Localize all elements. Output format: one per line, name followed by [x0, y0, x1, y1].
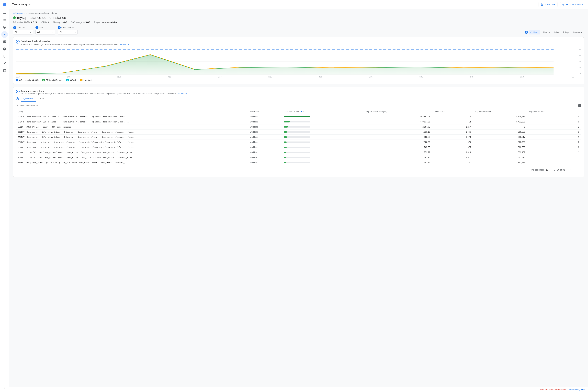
- legend-lock-wait-checkbox: ✓: [80, 79, 83, 82]
- sidebar-item-settings[interactable]: [1, 46, 8, 52]
- breadcrumb-current: mysql-instance-demo-instance: [29, 12, 57, 14]
- query-avg-rows-scanned: 327,873: [473, 155, 527, 160]
- chart-card: 5 Database load - all queries A measure …: [13, 37, 584, 84]
- query-avg-rows-returned: 0: [527, 114, 581, 119]
- filter-client-label: 3 Client address: [58, 26, 78, 29]
- copy-link-button[interactable]: COPY LINK: [538, 2, 557, 7]
- query-times-called: 1,517: [432, 155, 473, 160]
- filter-user-select[interactable]: All: [36, 30, 55, 34]
- table-row[interactable]: SELECT `demo_driver`.`id`, `demo_driver`…: [16, 130, 581, 134]
- query-text: SELECT `demo_order`.`order_id`, `demo_or…: [16, 140, 248, 145]
- sidebar-item-expand[interactable]: [1, 385, 8, 392]
- query-avg-rows-scanned: 8,431,209: [473, 119, 527, 124]
- performance-issues-text[interactable]: Performance issues detected!: [540, 388, 566, 391]
- copy-link-label: COPY LINK: [544, 3, 555, 6]
- query-database: workload: [248, 155, 282, 160]
- breadcrumb: All instances › mysql-instance-demo-inst…: [13, 12, 584, 14]
- show-debug-panel-link[interactable]: Show debug panel: [569, 388, 585, 391]
- help-icon[interactable]: ?: [578, 104, 581, 107]
- help-assistant-button[interactable]: HELP ASSISTANT: [560, 2, 585, 7]
- sidebar-item-databases[interactable]: [1, 24, 8, 30]
- tab-queries[interactable]: QUERIES: [21, 96, 36, 102]
- query-avg-exec: 2,108.33: [364, 140, 432, 145]
- sidebar-item-operations[interactable]: [1, 38, 8, 45]
- query-load: [282, 130, 364, 134]
- instance-storage: SSD storage: 320 GB: [71, 21, 90, 24]
- filter-queries-input[interactable]: [26, 104, 59, 107]
- filter-client-group: 3 Client address All: [58, 26, 78, 34]
- time-btn-1day[interactable]: 1 day: [552, 30, 560, 34]
- table-row[interactable]: SELECT `demo_order`.`order_id`, `demo_or…: [16, 145, 581, 150]
- query-text: SELECT SUM (`demo_order`.`price`) AS `pr…: [16, 160, 248, 165]
- top-queries-card: 6 Top queries and tags An overview of th…: [13, 87, 584, 177]
- col-times-called: Times called: [432, 109, 473, 114]
- table-row[interactable]: SELECT SUM (`demo_order`.`price`) AS `pr…: [16, 160, 581, 165]
- sidebar-logo: G: [1, 1, 8, 8]
- table-toolbar: Filter ?: [16, 104, 581, 107]
- chart-learn-more[interactable]: Learn more: [119, 43, 129, 46]
- time-btn-custom[interactable]: Custom ▼: [571, 30, 584, 34]
- sidebar-item-replication[interactable]: [1, 60, 8, 67]
- query-load: [282, 114, 364, 119]
- top-queries-desc: An overview of the queries and tags that…: [21, 92, 187, 95]
- table-row[interactable]: SELECT `demo_driver`.`id`, `demo_driver`…: [16, 134, 581, 140]
- sidebar-item-home[interactable]: [1, 17, 8, 23]
- top-queries-learn-more[interactable]: Learn more: [177, 92, 187, 95]
- table-row[interactable]: SELECT (?) AS `a` FROM `demo_driver` WHE…: [16, 155, 581, 160]
- sidebar: G: [0, 0, 9, 392]
- page-title: Query insights: [12, 3, 538, 6]
- query-database: workload: [248, 140, 282, 145]
- query-avg-rows-scanned: 339,459: [473, 150, 527, 155]
- query-text: SELECT (?) AS `a` FROM `demo_driver` WHE…: [16, 150, 248, 155]
- col-query: Query: [16, 109, 248, 114]
- query-times-called: 731: [432, 160, 473, 165]
- legend-io-wait[interactable]: ✓ IO Wait: [66, 79, 76, 82]
- help-assistant-label: HELP ASSISTANT: [565, 3, 583, 6]
- main-content: Query insights COPY LINK HELP ASSISTANT …: [9, 0, 588, 392]
- query-times-called: 12: [432, 119, 473, 124]
- sidebar-item-monitoring[interactable]: [1, 53, 8, 60]
- table-row[interactable]: SELECT (?) AS `a` FROM `demo_driver` WHE…: [16, 150, 581, 155]
- query-load: [282, 140, 364, 145]
- legend-cpu-wait-label: CPU and CPU wait: [46, 79, 63, 82]
- breadcrumb-all-instances[interactable]: All instances: [13, 12, 25, 14]
- queries-tabs: 7 QUERIES TAGS: [16, 96, 581, 102]
- filter-user-label: 2 User: [36, 26, 55, 29]
- tab-tags[interactable]: TAGS: [36, 96, 47, 102]
- query-text: UPDATE `demo_customer` SET `balance` = (…: [16, 119, 248, 124]
- instance-title: mysql-instance-demo-instance: [17, 16, 66, 20]
- topbar-actions: COPY LINK HELP ASSISTANT: [538, 2, 585, 7]
- legend-cpu-wait[interactable]: ✓ CPU and CPU wait: [42, 79, 63, 82]
- table-row[interactable]: SELECT `demo_order`.`order_id`, `demo_or…: [16, 140, 581, 145]
- query-times-called: 1,513: [432, 150, 473, 155]
- sidebar-item-menu[interactable]: [1, 10, 8, 16]
- query-times-called: 1,479: [432, 134, 473, 140]
- page-prev-button[interactable]: ‹: [567, 167, 573, 172]
- rows-per-page-select[interactable]: 10 25 50: [545, 168, 551, 171]
- legend-lock-wait[interactable]: ✓ Lock Wait: [80, 79, 92, 82]
- breadcrumb-separator: ›: [27, 12, 27, 14]
- sidebar-item-insights[interactable]: [1, 31, 8, 38]
- time-1hour-label: 1 hour: [533, 31, 539, 34]
- query-avg-rows-returned: 1: [527, 155, 581, 160]
- legend-io-wait-label: IO Wait: [70, 79, 76, 82]
- query-avg-rows-scanned: 288,609: [473, 130, 527, 134]
- instance-status-icon: [13, 16, 16, 19]
- page-next-button[interactable]: ›: [573, 167, 579, 172]
- table-row[interactable]: UPDATE `demo_customer` SET `balance` = (…: [16, 114, 581, 119]
- filter-database-select[interactable]: All: [13, 30, 33, 34]
- time-btn-6hours[interactable]: 6 hours: [541, 30, 551, 34]
- filter-client-select[interactable]: All: [58, 30, 78, 34]
- table-row[interactable]: SELECT COUNT (*) AS `__count` FROM `demo…: [16, 124, 581, 130]
- instance-region: Region: europe-north1-a: [94, 21, 117, 24]
- content-area: All instances › mysql-instance-demo-inst…: [9, 9, 588, 387]
- col-load[interactable]: Load by total time ▼ ↓: [282, 109, 364, 114]
- table-row[interactable]: UPDATE `demo_customer` SET `balance` = (…: [16, 119, 581, 124]
- top-queries-header: 6 Top queries and tags An overview of th…: [16, 90, 581, 95]
- query-load: [282, 145, 364, 150]
- time-btn-1hour[interactable]: ✓ 1 hour: [528, 30, 540, 34]
- time-btn-7days[interactable]: 7 days: [561, 30, 571, 34]
- sidebar-item-backup[interactable]: [1, 67, 8, 74]
- query-text: SELECT (?) AS `a` FROM `demo_driver` WHE…: [16, 155, 248, 160]
- legend-cpu-capacity[interactable]: ✓ CPU capacity: (4.000): [16, 79, 39, 82]
